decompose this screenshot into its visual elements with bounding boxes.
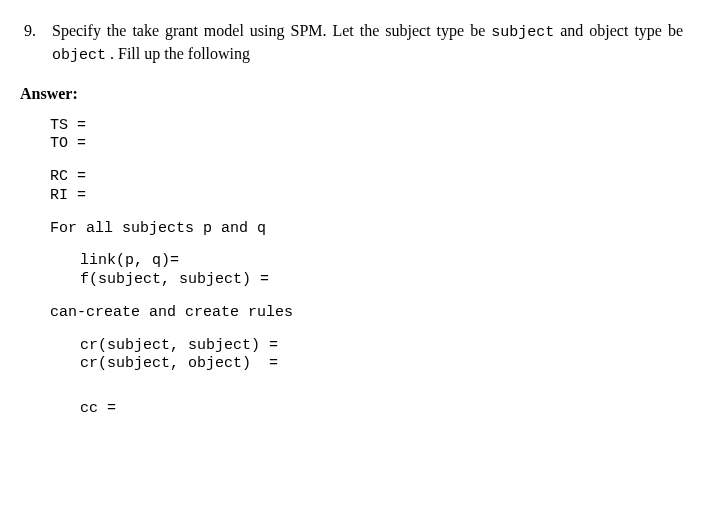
code-line-f: f(subject, subject) = bbox=[20, 271, 693, 290]
gap bbox=[20, 323, 693, 337]
code-line-link: link(p, q)= bbox=[20, 252, 693, 271]
gap bbox=[20, 290, 693, 304]
code-subject: subject bbox=[491, 24, 554, 41]
question-text: Specify the take grant model using SPM. … bbox=[52, 20, 693, 67]
code-line-forall: For all subjects p and q bbox=[20, 220, 693, 239]
code-line-to: TO = bbox=[20, 135, 693, 154]
gap bbox=[20, 154, 693, 168]
question-seg2: and object type be bbox=[554, 22, 683, 39]
gap bbox=[20, 206, 693, 220]
page: 9. Specify the take grant model using SP… bbox=[0, 0, 713, 439]
question-row: 9. Specify the take grant model using SP… bbox=[20, 20, 693, 67]
gap bbox=[20, 238, 693, 252]
question-seg1: Specify the take grant model using SPM. … bbox=[52, 22, 491, 39]
gap bbox=[20, 374, 693, 400]
question-number: 9. bbox=[20, 20, 52, 42]
code-line-cr1: cr(subject, subject) = bbox=[20, 337, 693, 356]
code-line-cancreate: can-create and create rules bbox=[20, 304, 693, 323]
answer-label: Answer: bbox=[20, 85, 693, 103]
code-line-rc: RC = bbox=[20, 168, 693, 187]
code-line-ri: RI = bbox=[20, 187, 693, 206]
code-line-cc: cc = bbox=[20, 400, 693, 419]
code-line-cr2: cr(subject, object) = bbox=[20, 355, 693, 374]
code-object: object bbox=[52, 47, 106, 64]
code-line-ts: TS = bbox=[20, 117, 693, 136]
question-seg3: . Fill up the following bbox=[106, 45, 250, 62]
